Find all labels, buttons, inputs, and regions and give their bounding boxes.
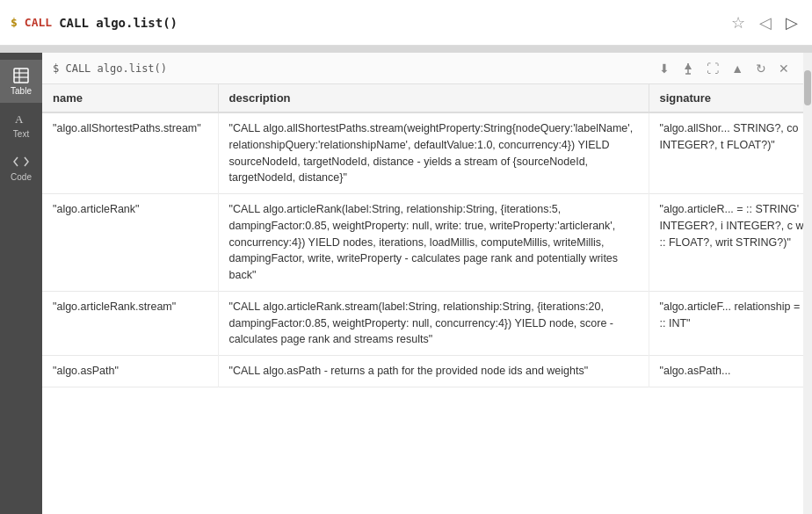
table-header: name description signature xyxy=(42,84,803,112)
close-result-button[interactable]: ✕ xyxy=(775,60,793,77)
table-body: "algo.allShortestPaths.stream""CALL algo… xyxy=(42,112,803,387)
sidebar-text-label: Text xyxy=(13,129,29,139)
cell-signature: "algo.articleR... = :: STRING' INTEGER?,… xyxy=(649,194,803,292)
text-icon: A xyxy=(12,110,30,127)
query-bar: $ CALL ☆ ◁ ▷ xyxy=(0,0,812,46)
table-row: "algo.allShortestPaths.stream""CALL algo… xyxy=(42,112,803,194)
cell-signature: "algo.allShor... STRING?, co INTEGER?, t… xyxy=(649,112,803,194)
sidebar-table-label: Table xyxy=(11,86,32,96)
scroll-up-button[interactable]: ▲ xyxy=(728,60,747,77)
table-wrapper[interactable]: name description signature "algo.allShor… xyxy=(42,84,803,514)
scroll-track[interactable] xyxy=(803,53,812,514)
refresh-icon: ↻ xyxy=(756,62,766,76)
col-header-description: description xyxy=(218,84,649,112)
cell-signature: "algo.articleF... relationship = (nodeId… xyxy=(649,291,803,355)
query-keyword: CALL xyxy=(25,16,52,29)
results-table: name description signature "algo.allShor… xyxy=(42,84,803,387)
cell-signature: "algo.asPath... xyxy=(649,356,803,387)
download-result-button[interactable]: ⬇ xyxy=(656,60,673,77)
sidebar-item-code[interactable]: Code xyxy=(0,146,42,189)
refresh-button[interactable]: ↻ xyxy=(752,60,770,77)
svg-text:A: A xyxy=(15,112,24,126)
col-header-signature: signature xyxy=(649,84,803,112)
expand-icon: ⛶ xyxy=(707,62,719,76)
divider xyxy=(0,46,812,53)
cell-description: "CALL algo.asPath - returns a path for t… xyxy=(218,356,649,387)
result-header: $ CALL algo.list() ⬇ ⛶ ▲ xyxy=(42,53,803,84)
scroll-thumb xyxy=(804,70,811,105)
table-icon xyxy=(12,67,30,84)
cell-name: "algo.asPath" xyxy=(42,356,218,387)
table-row: "algo.asPath""CALL algo.asPath - returns… xyxy=(42,356,803,387)
clear-button[interactable]: ◁ xyxy=(756,10,775,36)
cell-description: "CALL algo.allShortestPaths.stream(weigh… xyxy=(218,112,649,194)
cell-name: "algo.articleRank.stream" xyxy=(42,291,218,355)
close-icon: ✕ xyxy=(779,62,789,76)
query-input[interactable] xyxy=(59,16,721,30)
sidebar: Table A Text Code xyxy=(0,53,42,514)
table-row: "algo.articleRank""CALL algo.articleRank… xyxy=(42,194,803,292)
query-prefix: $ xyxy=(11,16,18,29)
table-row: "algo.articleRank.stream""CALL algo.arti… xyxy=(42,291,803,355)
sidebar-item-text[interactable]: A Text xyxy=(0,103,42,146)
svg-rect-0 xyxy=(14,69,28,83)
result-area: Table A Text Code $ CALL algo.list() ⬇ xyxy=(0,53,812,514)
result-header-icons: ⬇ ⛶ ▲ ↻ xyxy=(656,60,793,77)
sidebar-item-table[interactable]: Table xyxy=(0,60,42,103)
col-header-name: name xyxy=(42,84,218,112)
result-header-text: $ CALL algo.list() xyxy=(53,62,649,75)
sidebar-code-label: Code xyxy=(11,172,32,182)
main-panel: $ CALL algo.list() ⬇ ⛶ ▲ xyxy=(42,53,803,514)
cell-name: "algo.articleRank" xyxy=(42,194,218,292)
up-icon: ▲ xyxy=(731,62,743,76)
eraser-icon: ◁ xyxy=(759,13,772,33)
cell-description: "CALL algo.articleRank(label:String, rel… xyxy=(218,194,649,292)
pin-icon xyxy=(682,62,694,75)
star-icon: ☆ xyxy=(731,13,745,33)
favorite-button[interactable]: ☆ xyxy=(728,10,749,36)
expand-result-button[interactable]: ⛶ xyxy=(703,60,722,77)
download-icon: ⬇ xyxy=(659,62,670,76)
code-icon xyxy=(12,153,30,170)
query-actions: ☆ ◁ ▷ xyxy=(728,10,801,36)
cell-description: "CALL algo.articleRank.stream(label:Stri… xyxy=(218,291,649,355)
pin-result-button[interactable] xyxy=(678,61,698,76)
play-icon: ▷ xyxy=(786,13,798,33)
cell-name: "algo.allShortestPaths.stream" xyxy=(42,112,218,194)
run-button[interactable]: ▷ xyxy=(782,10,801,36)
